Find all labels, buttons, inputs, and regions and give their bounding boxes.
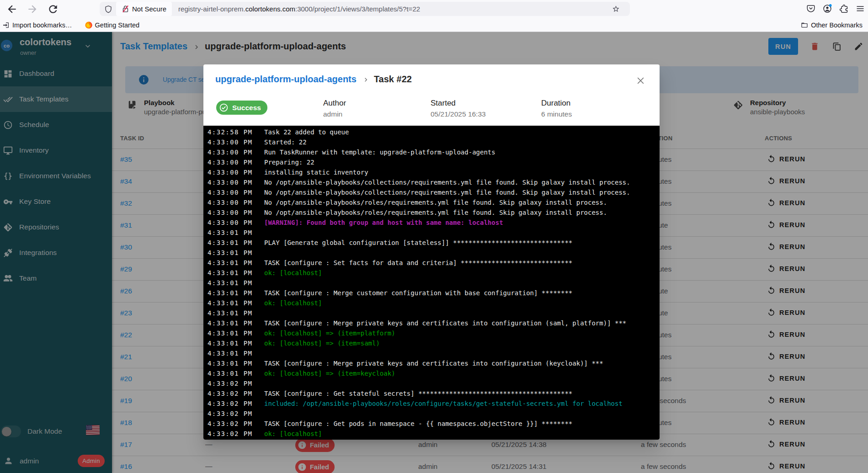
back-icon[interactable]: [6, 3, 18, 15]
extensions-icon[interactable]: [839, 4, 848, 13]
author-col: Author admin: [323, 99, 346, 118]
log-time: 4:33:02 PM: [208, 420, 260, 427]
folder-icon: [801, 21, 808, 29]
log-message: TASK [configure : Set facts for data and…: [264, 259, 572, 266]
duration-value: 6 minutes: [541, 110, 572, 118]
log-line: 4:33:01 PMok: [localhost] => (item=saml): [203, 340, 660, 350]
log-line: 4:33:01 PMPLAY [Generate global configur…: [203, 239, 660, 249]
log-line: 4:33:01 PMTASK [configure : Merge privat…: [203, 360, 660, 370]
log-time: 4:33:01 PM: [208, 330, 260, 337]
log-time: 4:33:00 PM: [208, 219, 260, 226]
log-time: 4:33:00 PM: [208, 209, 260, 216]
log-time: 4:33:00 PM: [208, 159, 260, 166]
log-line: 4:33:00 PMPreparing: 22: [203, 159, 660, 169]
duration-col: Duration 6 minutes: [541, 99, 572, 118]
log-message: TASK [configure : Merge customer configu…: [264, 289, 572, 297]
log-message: Started: 22: [264, 138, 307, 146]
menu-icon[interactable]: [856, 4, 865, 13]
log-message: No /opt/ansible-playbooks/collections/re…: [264, 189, 630, 196]
success-label: Success: [232, 104, 261, 112]
app-viewport: co colortokens owner Dashboard Task Temp…: [0, 32, 868, 473]
log-message: ok: [localhost] => (item=keycloak): [264, 370, 395, 377]
log-time: 4:33:01 PM: [208, 269, 260, 276]
firefox-icon: [85, 21, 92, 29]
log-line: 4:33:00 PM[WARNING]: Found both group an…: [203, 219, 660, 229]
import-icon: [2, 21, 10, 29]
log-time: 4:33:01 PM: [208, 319, 260, 327]
bookmark-getting-started[interactable]: Getting Started: [85, 21, 140, 29]
log-line: 4:33:01 PM: [203, 279, 660, 289]
log-message: TASK [configure : Merge private keys and…: [264, 360, 603, 367]
log-time: 4:33:02 PM: [208, 410, 260, 417]
other-bookmarks-label: Other Bookmarks: [811, 21, 863, 29]
log-message: PLAY [Generate global configuration [sta…: [264, 239, 572, 246]
log-line: 4:33:01 PMTASK [configure : Merge custom…: [203, 289, 660, 299]
account-icon[interactable]: [823, 4, 832, 13]
log-line: 4:33:01 PMok: [localhost] => (item=keycl…: [203, 370, 660, 380]
log-line: 4:33:01 PMok: [localhost]: [203, 299, 660, 309]
log-time: 4:33:02 PM: [208, 430, 260, 437]
log-message: ok: [localhost] => (item=saml): [264, 340, 380, 347]
log-line: 4:32:58 PMTask 22 added to queue: [203, 128, 660, 138]
other-bookmarks[interactable]: Other Bookmarks: [801, 21, 863, 29]
log-line: 4:33:00 PMNo /opt/ansible-playbooks/coll…: [203, 189, 660, 199]
log-time: 4:33:00 PM: [208, 199, 260, 206]
log-message: ok: [localhost] => (item=platform): [264, 330, 395, 337]
log-message: ok: [localhost]: [264, 269, 322, 276]
bookmarks-bar: Import bookmarks… Getting Started Other …: [0, 18, 868, 32]
started-label: Started: [431, 99, 486, 108]
pocket-icon[interactable]: [806, 4, 815, 13]
started-col: Started 05/21/2025 16:33: [431, 99, 486, 118]
log-message: TASK [configure : Get pods in namespace …: [264, 420, 572, 427]
bookmark-star-icon[interactable]: [612, 5, 620, 13]
log-time: 4:33:01 PM: [208, 249, 260, 256]
log-line: 4:33:01 PMok: [localhost] => (item=platf…: [203, 330, 660, 340]
log-line: 4:33:00 PMNo /opt/ansible-playbooks/coll…: [203, 179, 660, 189]
dialog-template-link[interactable]: upgrade-platform-upload-agents: [215, 74, 357, 85]
log-line: 4:33:02 PMok: [localhost]: [203, 430, 660, 440]
duration-label: Duration: [541, 99, 572, 108]
log-time: 4:33:02 PM: [208, 400, 260, 407]
log-line: 4:33:00 PMinstalling static inventory: [203, 169, 660, 179]
log-time: 4:33:01 PM: [208, 229, 260, 236]
log-line: 4:33:01 PM: [203, 350, 660, 360]
log-line: 4:33:01 PM: [203, 249, 660, 259]
bookmark-import[interactable]: Import bookmarks…: [2, 21, 72, 29]
log-line: 4:33:00 PMRun TaskRunner with template: …: [203, 149, 660, 159]
forward-icon[interactable]: [27, 3, 38, 15]
log-line: 4:33:01 PMTASK [configure : Set facts fo…: [203, 259, 660, 269]
author-label: Author: [323, 99, 346, 108]
dialog-title: upgrade-platform-upload-agents Task #22: [215, 74, 412, 85]
log-message: TASK [configure : Get stateful secrets] …: [264, 390, 572, 397]
close-icon[interactable]: [636, 76, 645, 85]
log-message: ok: [localhost]: [264, 430, 322, 437]
shield-icon[interactable]: [104, 5, 112, 13]
chevron-right-icon: [362, 76, 370, 84]
log-time: 4:33:00 PM: [208, 169, 260, 176]
log-line: 4:33:02 PM: [203, 380, 660, 390]
log-line: 4:33:00 PMNo /opt/ansible-playbooks/role…: [203, 199, 660, 209]
log-time: 4:33:01 PM: [208, 360, 260, 367]
log-line: 4:33:01 PMTASK [configure : Merge privat…: [203, 319, 660, 330]
not-secure-chip[interactable]: Not Secure: [116, 2, 172, 16]
task-log-terminal[interactable]: 4:32:58 PMTask 22 added to queue 4:33:00…: [203, 126, 660, 440]
browser-toolbar: Not Secure registry-airtel-onprem.colort…: [0, 0, 868, 18]
log-line: 4:33:01 PM: [203, 309, 660, 319]
task-dialog: upgrade-platform-upload-agents Task #22 …: [203, 64, 660, 440]
log-time: 4:33:00 PM: [208, 179, 260, 186]
check-circle-icon: [219, 103, 229, 112]
log-line: 4:33:01 PM: [203, 229, 660, 239]
url-bar[interactable]: Not Secure registry-airtel-onprem.colort…: [100, 2, 630, 16]
log-time: 4:33:00 PM: [208, 189, 260, 196]
log-message: Run TaskRunner with template: upgrade-pl…: [264, 149, 495, 156]
log-line: 4:33:01 PMok: [localhost]: [203, 269, 660, 279]
log-message: Preparing: 22: [264, 159, 314, 166]
url-text[interactable]: registry-airtel-onprem.colortokens.com:3…: [178, 5, 420, 13]
log-time: 4:33:01 PM: [208, 279, 260, 287]
reload-icon[interactable]: [47, 3, 59, 15]
bookmark-import-label: Import bookmarks…: [12, 21, 72, 29]
success-chip: Success: [216, 101, 267, 115]
dialog-task-title: Task #22: [374, 74, 412, 85]
log-time: 4:33:01 PM: [208, 309, 260, 317]
log-message: [WARNING]: Found both group and host wit…: [264, 219, 503, 226]
